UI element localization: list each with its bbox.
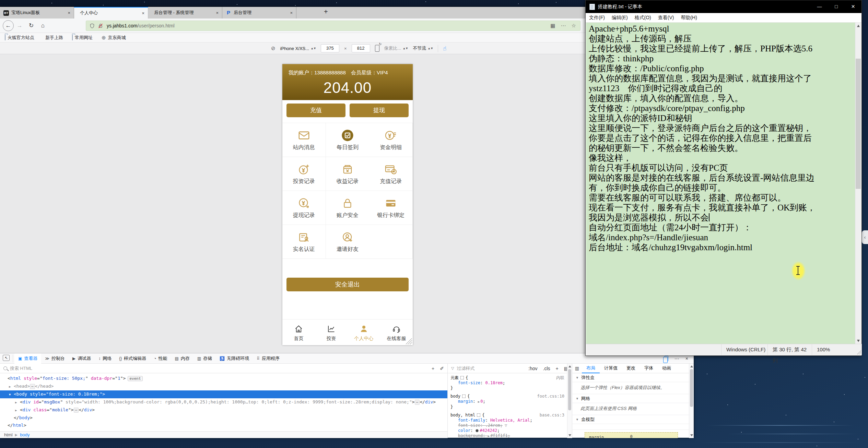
dpr-select[interactable]: 像素比...▲▼ [384, 45, 408, 51]
close-button[interactable]: ✕ [845, 0, 861, 13]
bookmark-item[interactable]: 常用网址 [72, 35, 93, 41]
devtools-tab[interactable]: ◔ 性能 [150, 353, 171, 364]
filter-styles-input[interactable]: 过滤样式 [457, 365, 474, 372]
css-declaration[interactable]: color: #424242; [450, 428, 569, 433]
feature-grid-item[interactable]: 站内消息 [282, 123, 326, 157]
devtools-tab[interactable]: ▣ 查看器 [14, 353, 41, 364]
breadcrumb-item[interactable]: body [20, 432, 30, 437]
highlight-target-icon[interactable] [462, 395, 466, 398]
browser-tab[interactable]: 后台管理 - 系统管理 × [148, 7, 222, 19]
box-model-diagram[interactable]: margin 0 border 0 [585, 432, 678, 438]
feature-grid-item[interactable]: 充值记录 [369, 157, 413, 191]
expander-icon[interactable]: ▶ [9, 383, 14, 390]
markup-line[interactable]: ▶<head>⋯</head> [0, 383, 447, 390]
logout-button[interactable]: 安全退出 [286, 278, 409, 291]
pseudo-class-toggle[interactable]: :hov [528, 366, 537, 371]
section-header[interactable]: ▼盒模型 [572, 415, 694, 424]
sidebar-tab[interactable]: 布局 [582, 364, 600, 373]
breadcrumb-item[interactable]: html [4, 432, 13, 437]
tab-close-icon[interactable]: × [141, 11, 145, 16]
node-picker-icon[interactable]: ↖ [3, 355, 13, 362]
css-rule[interactable]: body, html{base.css:3font-family: Helvet… [450, 413, 569, 438]
css-rule[interactable]: body{foot.css:10margin: ▶0;} [450, 394, 569, 410]
css-declaration[interactable]: font-family: Helvetica, Arial; [450, 418, 569, 423]
bottom-tab[interactable]: 个人中心 [348, 319, 380, 345]
add-node-icon[interactable]: + [432, 366, 434, 371]
event-badge[interactable]: event [128, 376, 142, 381]
css-rules-list[interactable]: 元素{内联font-size: 0.18rem;}body{foot.css:1… [448, 373, 572, 438]
new-tab-button[interactable]: + [320, 8, 332, 16]
viewport-width-input[interactable]: 375 [321, 44, 339, 52]
menu-item[interactable]: 文件(F) [586, 15, 608, 21]
feature-grid-item[interactable]: 收益记录 [326, 157, 370, 191]
devtools-tab[interactable]: ↕ 网络 [95, 353, 115, 364]
sidebar-tab[interactable]: 动画 [658, 364, 676, 373]
bookmark-star-icon[interactable]: ☆ [572, 23, 576, 29]
device-select[interactable]: iPhone X/XS...▲▼ [280, 46, 316, 51]
tab-close-icon[interactable]: × [215, 10, 219, 15]
feature-grid-item[interactable]: 资金明细 [369, 123, 413, 157]
highlight-target-icon[interactable] [460, 376, 464, 379]
bottom-tab[interactable]: 投资 [315, 319, 348, 345]
devtools-menu-icon[interactable]: ⋯ [675, 356, 679, 361]
menu-item[interactable]: 编辑(E) [608, 15, 631, 21]
notepad-text-area[interactable]: Apache+php5.6+mysql创建站点，上传源码，解压上传比较慢，我这里… [586, 23, 856, 344]
section-header[interactable]: ▼网格 [572, 394, 694, 403]
new-rule-icon[interactable]: + [556, 366, 559, 371]
css-declaration[interactable]: font-size: .24rem;▽ [450, 423, 569, 428]
touch-simulation-icon[interactable]: ☝ [438, 45, 446, 52]
scroll-up-icon[interactable] [857, 25, 860, 27]
devtools-tab[interactable]: ▤ 内存 [171, 353, 193, 364]
rotate-viewport-icon[interactable] [375, 45, 379, 52]
bookmark-item[interactable]: 新手上路 [43, 35, 63, 41]
html-search-input[interactable]: 搜索 HTML [10, 365, 32, 372]
devtools-tab[interactable]: ▥ 存储 [193, 353, 216, 364]
sidebar-tab[interactable]: 更改 [622, 364, 640, 373]
throttle-select[interactable]: 不节流▲▼ [413, 45, 433, 51]
responsive-mode-icon[interactable] [665, 356, 668, 361]
stylesheet-link[interactable]: base.css:3 [540, 413, 564, 418]
tab-close-icon[interactable]: × [67, 10, 71, 15]
css-declaration[interactable]: background: ▶#f1f1f1; [450, 433, 569, 438]
bookmark-item[interactable]: ⊕ 京东商城 [102, 35, 126, 41]
expander-icon[interactable]: ▶ [15, 407, 20, 414]
stylesheet-link[interactable]: 内联 [556, 375, 564, 380]
reload-button[interactable]: ↻ [25, 22, 37, 29]
expander-icon[interactable]: ▶ [15, 399, 20, 406]
color-swatch[interactable] [476, 429, 479, 432]
devtools-tab[interactable]: ▶ 调试器 [69, 353, 95, 364]
eyedropper-icon[interactable]: ✐ [440, 366, 444, 371]
bookmark-item[interactable]: 火狐官方站点 [5, 35, 34, 41]
css-declaration[interactable]: font-size: 0.18rem; [450, 380, 569, 386]
feature-grid-item[interactable]: 投资记录 [282, 157, 326, 191]
tab-close-icon[interactable]: × [289, 10, 293, 15]
resize-grip[interactable] [856, 350, 861, 354]
recharge-button[interactable]: 充值 [286, 104, 345, 117]
markup-line[interactable]: </body> [0, 414, 447, 422]
section-header[interactable]: ▼弹性盒 [572, 373, 694, 382]
devtools-tab[interactable]: ⠿ 应用程序 [253, 353, 283, 364]
page-actions-icon[interactable]: ⋯ [561, 23, 566, 29]
highlight-target-icon[interactable] [477, 413, 480, 417]
scrollbar-thumb[interactable] [856, 59, 861, 189]
back-button[interactable]: ← [3, 20, 14, 31]
markup-line[interactable]: ▶<div class="mobile">⋯</div> [0, 406, 447, 414]
notepad-scrollbar[interactable] [855, 23, 861, 344]
feature-grid-item[interactable]: 账户安全 [326, 191, 370, 225]
menu-item[interactable]: 格式(O) [631, 15, 655, 21]
browser-tab[interactable]: BT 宝塔Linux面板 × [0, 7, 74, 19]
viewport-height-input[interactable]: 812 [352, 44, 370, 52]
css-rule[interactable]: 元素{内联font-size: 0.18rem;} [450, 375, 569, 391]
feature-grid-item[interactable]: 邀请好友 [326, 225, 370, 259]
overridden-filter-icon[interactable]: ▽ [505, 423, 507, 428]
browser-tab[interactable]: 个人中心 × [74, 7, 148, 19]
devtools-tab[interactable]: ♿ 无障碍环境 [216, 353, 253, 364]
withdraw-button[interactable]: 提现 [350, 104, 409, 117]
forward-button[interactable]: → [14, 22, 25, 29]
qr-code-icon[interactable]: ▦ [550, 23, 555, 29]
notepad-title-bar[interactable]: 搭建教程.txt - 记事本 — □ ✕ [586, 0, 861, 13]
menu-item[interactable]: 查看(V) [655, 15, 678, 21]
css-declaration[interactable]: margin: ▶0; [450, 399, 569, 404]
feature-grid-item[interactable]: 银行卡绑定 [369, 191, 413, 225]
sidebar-tab[interactable]: 字体 [640, 364, 658, 373]
